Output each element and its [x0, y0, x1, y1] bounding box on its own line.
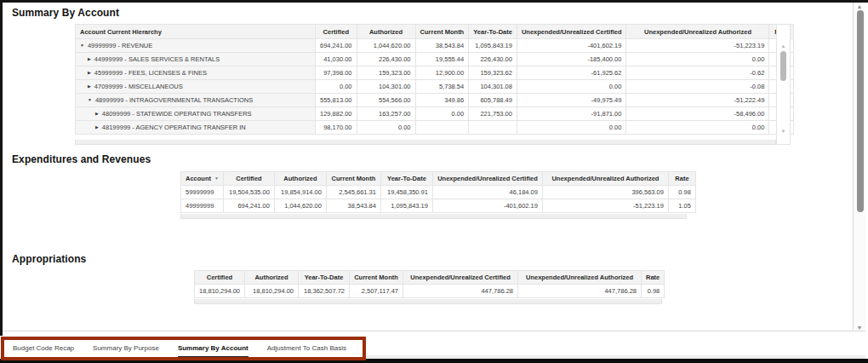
column-header-label: Account Current Hierarchy	[80, 28, 162, 36]
account-label: 47099999 - MISCELLANEOUS	[94, 83, 183, 90]
cell: 1,044,620.00	[274, 199, 326, 213]
expand-node-icon[interactable]: ▶	[95, 124, 99, 130]
cell: 0.98	[642, 285, 665, 298]
column-header-label: Rate	[675, 175, 688, 182]
table-row[interactable]: ▶45999999 - FEES, LICENSES & FINES97,398…	[76, 66, 794, 80]
cell: 0.00	[626, 121, 769, 135]
expenditures-and-revenues-table-wrap: Account▼CertifiedAuthorizedCurrent Month…	[180, 171, 696, 213]
column-header-label: Current Month	[332, 175, 376, 182]
cell: 0.00	[517, 121, 626, 135]
page-scrollbar[interactable]: ▲ ▼	[853, 3, 865, 331]
column-header-unexpended-unrealized-certified[interactable]: Unexpended/Unrealized Certified	[403, 271, 518, 285]
expand-node-icon[interactable]: ▶	[88, 56, 91, 61]
cell: 1,095,843.19	[380, 199, 432, 213]
cell: 226,430.00	[469, 53, 517, 66]
column-header-unexpended-unrealized-certified[interactable]: Unexpended/Unrealized Certified	[517, 25, 626, 39]
screenshot-frame-top	[0, 0, 868, 3]
table-row[interactable]: ▼49999999 - REVENUE694,241.001,044,620.0…	[76, 39, 794, 53]
scroll-up-icon[interactable]: ▲	[777, 43, 790, 49]
table-row[interactable]: 49999999694,241.001,044,620.0038,543.841…	[181, 199, 696, 213]
column-header-label: Unexpended/Unrealized Authorized	[526, 274, 633, 281]
cell: 0.98	[668, 186, 695, 199]
column-header-account-current-hierarchy[interactable]: Account Current Hierarchy	[76, 25, 316, 39]
table-row[interactable]: ▶47099999 - MISCELLANEOUS0.00104,301.005…	[76, 80, 794, 94]
hierarchy-cell: ▼49999999 - REVENUE	[76, 39, 316, 53]
column-header-unexpended-unrealized-certified[interactable]: Unexpended/Unrealized Certified	[432, 172, 542, 186]
appropriations-table-bottom-scrollbar-track[interactable]	[194, 299, 662, 304]
cell: -185,400.00	[517, 53, 626, 66]
column-header-label: Unexpended/Unrealized Certified	[437, 175, 538, 182]
cell: 59999999	[181, 186, 224, 199]
column-header-year-to-date[interactable]: Year-To-Date	[469, 25, 517, 39]
column-header-authorized[interactable]: Authorized	[245, 271, 299, 285]
cell: -0.62	[626, 66, 769, 80]
column-header-label: Current Month	[420, 28, 465, 36]
column-header-label: Authorized	[283, 175, 317, 182]
column-header-label: Year-To-Date	[305, 274, 344, 281]
table-row[interactable]: 18,810,294.0018,810,294.0018,362,507.722…	[195, 285, 665, 298]
tab-adjustment-to-cash-basis[interactable]: Adjustment To Cash Basis	[267, 331, 346, 358]
column-header-current-month[interactable]: Current Month	[415, 25, 469, 39]
expand-node-icon[interactable]: ▶	[88, 70, 91, 75]
scroll-down-icon[interactable]: ▼	[777, 129, 790, 134]
section-title-summary-by-account: Summary By Account	[12, 7, 119, 19]
cell: -49,975.49	[517, 94, 626, 107]
table-row[interactable]: ▶44999999 - SALES SERVICES & RENTALS41,0…	[76, 53, 794, 66]
summary-table-bottom-scrollbar-track[interactable]	[75, 140, 776, 145]
column-header-certified[interactable]: Certified	[223, 172, 274, 186]
expenditures-table-bottom-scrollbar-track[interactable]	[180, 214, 687, 219]
hierarchy-cell: ▶47099999 - MISCELLANEOUS	[76, 80, 316, 94]
section-title-appropriations: Appropriations	[12, 253, 86, 265]
column-header-unexpended-unrealized-authorized[interactable]: Unexpended/Unrealized Authorized	[518, 271, 642, 285]
sort-descending-icon[interactable]: ▼	[214, 176, 219, 181]
table-row[interactable]: ▶48099999 - STATEWIDE OPERATING TRANSFER…	[76, 107, 794, 121]
column-header-year-to-date[interactable]: Year-To-Date	[380, 172, 432, 186]
cell: 605,788.49	[469, 94, 517, 107]
column-header-year-to-date[interactable]: Year-To-Date	[299, 271, 350, 285]
column-header-current-month[interactable]: Current Month	[326, 172, 380, 186]
cell: 5,738.54	[415, 80, 469, 94]
tab-summary-by-purpose[interactable]: Summary By Purpose	[93, 331, 159, 358]
tab-budget-code-recap[interactable]: Budget Code Recap	[13, 331, 74, 358]
screenshot-frame-bottom	[0, 359, 868, 363]
collapse-node-icon[interactable]: ▼	[80, 43, 84, 48]
summary-table-scrollbar[interactable]: ▲ ▼	[776, 24, 791, 145]
scrollbar-thumb[interactable]	[857, 10, 864, 212]
cell: 129,882.00	[316, 107, 357, 121]
column-header-rate[interactable]: Rate	[642, 271, 665, 285]
column-header-rate[interactable]: Rate	[668, 172, 695, 186]
scrollbar-thumb[interactable]	[780, 51, 786, 81]
column-header-unexpended-unrealized-authorized[interactable]: Unexpended/Unrealized Authorized	[542, 172, 668, 186]
expand-node-icon[interactable]: ▶	[95, 111, 99, 116]
cell: 0.00	[626, 53, 769, 66]
table-row[interactable]: 5999999919,504,535.0019,854,914.002,545,…	[181, 186, 696, 199]
cell: 0.00	[316, 80, 357, 94]
hierarchy-cell: ▶44999999 - SALES SERVICES & RENTALS	[76, 53, 316, 66]
cell	[415, 121, 469, 135]
column-header-unexpended-unrealized-authorized[interactable]: Unexpended/Unrealized Authorized	[626, 25, 769, 39]
summary-by-account-table-wrap: Account Current HierarchyCertifiedAuthor…	[75, 24, 794, 135]
cell: 38,543.84	[415, 39, 469, 53]
account-label: 45999999 - FEES, LICENSES & FINES	[94, 69, 207, 77]
cell: 19,504,535.00	[223, 186, 274, 199]
table-row[interactable]: ▶48199999 - AGENCY OPERATING TRANSFER IN…	[76, 121, 794, 135]
column-header-certified[interactable]: Certified	[316, 25, 357, 39]
tab-summary-by-account[interactable]: Summary By Account	[178, 331, 248, 358]
cell: 221,753.00	[469, 107, 517, 121]
table-row[interactable]: ▼48999999 - INTRAGOVERNMENTAL TRANSACTIO…	[76, 94, 794, 107]
collapse-node-icon[interactable]: ▼	[88, 97, 92, 102]
scroll-up-icon[interactable]: ▲	[854, 3, 865, 9]
scroll-down-icon[interactable]: ▼	[854, 325, 865, 331]
column-header-current-month[interactable]: Current Month	[350, 271, 403, 285]
column-header-label: Authorized	[369, 28, 403, 36]
expand-node-icon[interactable]: ▶	[88, 84, 91, 89]
column-header-certified[interactable]: Certified	[195, 271, 245, 285]
cell: 18,362,507.72	[299, 285, 350, 298]
column-header-authorized[interactable]: Authorized	[274, 172, 326, 186]
cell: -51,222.49	[626, 94, 769, 107]
cell: 18,810,294.00	[245, 285, 299, 298]
column-header-label: Certified	[323, 28, 349, 36]
column-header-authorized[interactable]: Authorized	[357, 25, 415, 39]
column-header-account[interactable]: Account▼	[181, 172, 224, 186]
cell: 97,398.00	[316, 66, 357, 80]
